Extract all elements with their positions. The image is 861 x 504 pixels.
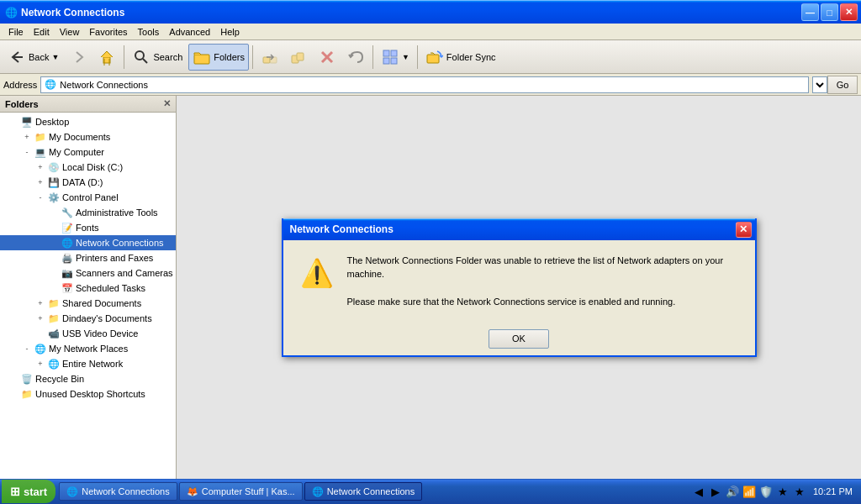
tree-item-fonts[interactable]: 📝 Fonts [0,220,176,235]
tree-item-my-network-places[interactable]: - 🌐 My Network Places [0,341,176,356]
delete-button[interactable] [314,44,341,71]
folders-panel: Folders ✕ 🖥️ Desktop + 📁 My Documents - … [0,96,177,479]
expand-my-documents[interactable]: + [20,130,34,144]
tree-item-recycle-bin[interactable]: 🗑️ Recycle Bin [0,371,176,386]
svg-rect-5 [263,57,270,63]
menu-tools[interactable]: Tools [133,26,165,38]
folders-label: Folders [214,52,245,62]
undo-button[interactable] [342,44,369,71]
taskbar-item-1-label: Network Connections [82,486,170,496]
views-button[interactable]: ▼ [377,44,414,71]
folders-close-button[interactable]: ✕ [163,99,171,108]
dialog: Network Connections ✕ ⚠️ The Network Con… [282,218,757,357]
tray-security-icon[interactable]: 🛡️ [759,485,773,498]
tree-item-admin-tools[interactable]: 🔧 Administrative Tools [0,205,176,220]
address-value: Network Connections [60,80,148,90]
svg-rect-11 [383,50,389,56]
expand-network-connections [47,236,61,249]
tree-item-entire-network[interactable]: + 🌐 Entire Network [0,356,176,371]
dialog-footer: OK [283,323,755,355]
label-local-disk-c: Local Disk (C:) [62,162,123,172]
taskbar-item-1[interactable]: 🌐 Network Connections [59,482,177,501]
expand-my-network-places[interactable]: - [20,342,34,355]
recycle-bin-icon: 🗑️ [20,372,34,386]
label-recycle-bin: Recycle Bin [35,374,84,384]
title-bar-buttons: — □ ✕ [801,3,858,21]
label-control-panel: Control Panel [62,192,119,202]
expand-usb-video [34,327,47,340]
control-panel-icon: ⚙️ [47,191,61,204]
label-desktop: Desktop [35,117,69,127]
folder-sync-icon [425,48,444,66]
menu-file[interactable]: File [3,26,29,38]
back-dropdown-icon[interactable]: ▼ [51,53,59,61]
expand-entire-network[interactable]: + [34,357,47,370]
ok-button[interactable]: OK [489,329,549,349]
expand-data-d[interactable]: + [34,176,47,189]
tree-item-scanners-cameras[interactable]: 📷 Scanners and Cameras [0,265,176,281]
menu-help[interactable]: Help [215,26,245,38]
tree-item-control-panel[interactable]: - ⚙️ Control Panel [0,190,176,205]
tray-volume-icon[interactable]: 📶 [742,485,756,498]
menu-advanced[interactable]: Advanced [164,26,215,38]
expand-my-computer[interactable]: - [20,145,34,159]
tree-item-my-computer[interactable]: - 💻 My Computer [0,144,176,160]
expand-scheduled-tasks [47,281,61,295]
tree-item-unused-shortcuts[interactable]: 📁 Unused Desktop Shortcuts [0,386,176,402]
taskbar-items: 🌐 Network Connections 🦊 Computer Stuff |… [55,482,687,501]
label-dindaeys-documents: Dindaey's Documents [62,313,152,323]
expand-dindaeys-documents[interactable]: + [34,312,47,325]
search-button[interactable]: Search [128,44,187,71]
expand-admin-tools [47,206,61,219]
copy-button[interactable] [285,44,312,71]
tree-item-printers-faxes[interactable]: 🖨️ Printers and Faxes [0,250,176,265]
label-data-d: DATA (D:) [62,177,103,187]
address-input[interactable]: 🌐 Network Connections [40,76,809,93]
taskbar-item-3[interactable]: 🌐 Network Connections [304,482,423,501]
folders-header: Folders ✕ [0,96,176,113]
back-button[interactable]: Back ▼ [3,44,63,71]
label-unused-shortcuts: Unused Desktop Shortcuts [35,389,145,399]
svg-rect-13 [383,58,389,64]
sep-4 [417,45,418,69]
address-icon: 🌐 [45,79,56,90]
back-icon [8,48,26,66]
expand-shared-documents[interactable]: + [34,297,47,310]
taskbar-item-2[interactable]: 🦊 Computer Stuff | Kas... [179,482,303,501]
go-button[interactable]: Go [827,76,858,94]
views-dropdown-icon[interactable]: ▼ [402,53,409,61]
network-connections-icon: 🌐 [61,236,74,249]
tree-item-shared-documents[interactable]: + 📁 Shared Documents [0,296,176,311]
tray-network-icon[interactable]: 🔊 [726,485,739,498]
expand-local-disk-c[interactable]: + [34,160,47,174]
tree-item-local-disk-c[interactable]: + 💿 Local Disk (C:) [0,160,176,175]
menu-favorites[interactable]: Favorites [84,26,132,38]
tree-item-desktop[interactable]: 🖥️ Desktop [0,114,176,129]
tree-item-scheduled-tasks[interactable]: 📅 Scheduled Tasks [0,281,176,296]
label-admin-tools: Administrative Tools [76,207,158,218]
dialog-message-line2: Please make sure that the Network Connec… [347,297,676,307]
tree-item-network-connections[interactable]: 🌐 Network Connections [0,235,176,250]
folder-sync-button[interactable]: Folder Sync [421,44,500,71]
taskbar-item-3-icon: 🌐 [312,486,324,497]
menu-view[interactable]: View [55,26,85,38]
tree-item-my-documents[interactable]: + 📁 My Documents [0,129,176,144]
dialog-close-button[interactable]: ✕ [736,222,752,238]
scanners-cameras-icon: 📷 [61,266,74,280]
tree-item-usb-video[interactable]: 📹 USB Video Device [0,326,176,341]
expand-control-panel[interactable]: - [34,191,47,204]
forward-button[interactable] [65,44,92,71]
move-button[interactable] [256,44,283,71]
minimize-button[interactable]: — [801,3,819,21]
tree-item-dindaeys-documents[interactable]: + 📁 Dindaey's Documents [0,311,176,326]
folders-title: Folders [5,99,39,109]
address-dropdown[interactable] [812,76,827,93]
folders-button[interactable]: Folders [188,44,249,71]
label-shared-documents: Shared Documents [62,298,141,308]
menu-edit[interactable]: Edit [29,26,55,38]
up-button[interactable] [93,44,120,71]
close-button[interactable]: ✕ [840,3,858,21]
tree-item-data-d[interactable]: + 💾 DATA (D:) [0,175,176,190]
start-button[interactable]: ⊞ start [2,480,55,503]
maximize-button[interactable]: □ [821,3,838,21]
